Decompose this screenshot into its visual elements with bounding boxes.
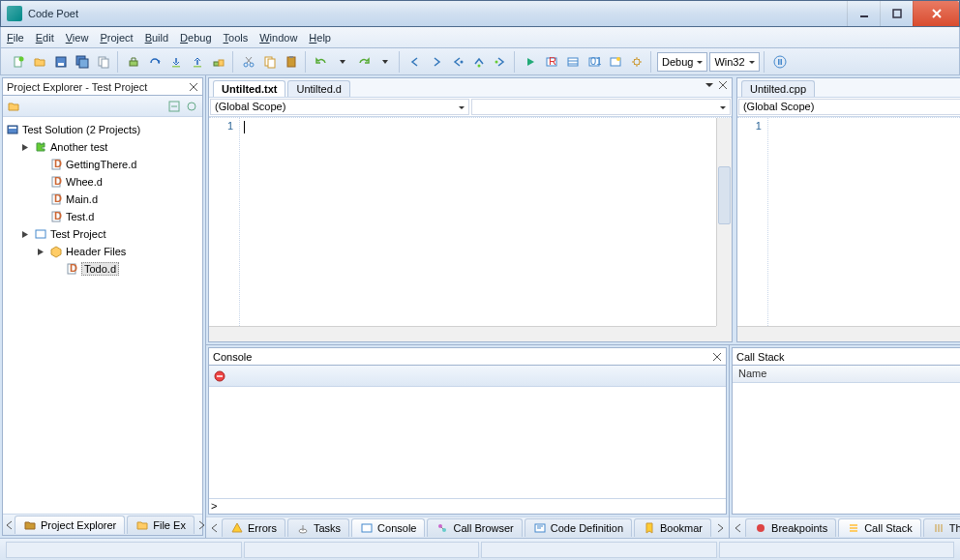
code-editor[interactable] xyxy=(240,118,732,341)
save-button[interactable] xyxy=(51,52,71,72)
editor-tab[interactable]: Untilted.cpp xyxy=(741,80,815,97)
window-maximize-button[interactable] xyxy=(880,1,913,26)
window-close-button[interactable] xyxy=(913,1,959,26)
show-disasm-button[interactable]: 01 xyxy=(585,52,604,72)
menu-edit[interactable]: Edit xyxy=(36,32,54,44)
svg-point-74 xyxy=(757,524,765,532)
svg-point-36 xyxy=(774,56,786,68)
nav-marker-left-button[interactable] xyxy=(448,52,467,72)
file-node[interactable]: DTest.d xyxy=(5,208,200,225)
scroll-left-icon[interactable] xyxy=(5,520,15,530)
tab-tasks[interactable]: Tasks xyxy=(287,518,349,537)
menu-project[interactable]: Project xyxy=(100,32,133,44)
tab-threads[interactable]: Threads xyxy=(923,518,960,537)
expander-icon[interactable] xyxy=(20,142,31,153)
tab-callstack[interactable]: Call Stack xyxy=(838,518,921,537)
tab-breakpoints[interactable]: Breakpoints xyxy=(745,518,836,537)
menu-file[interactable]: File xyxy=(7,32,24,44)
build-button[interactable] xyxy=(124,52,143,72)
undo-button[interactable] xyxy=(312,52,331,72)
callstack-body[interactable] xyxy=(733,383,960,514)
nav-left-button[interactable] xyxy=(405,52,425,72)
scroll-left-icon[interactable] xyxy=(732,523,745,533)
scroll-right-icon[interactable] xyxy=(713,523,727,533)
new-file-button[interactable] xyxy=(9,52,28,72)
menu-window[interactable]: Window xyxy=(259,32,297,44)
build-project-button[interactable] xyxy=(209,52,228,72)
col-name[interactable]: Name xyxy=(733,366,960,382)
redo-button[interactable] xyxy=(354,52,374,72)
tab-console[interactable]: Console xyxy=(351,518,425,537)
redo-drop-button[interactable] xyxy=(375,52,395,72)
menu-build[interactable]: Build xyxy=(145,32,168,44)
nav-marker-right-button[interactable] xyxy=(491,52,510,72)
tab-project-explorer[interactable]: Project Explorer xyxy=(15,516,125,534)
menubar: File Edit View Project Build Debug Tools… xyxy=(0,27,960,48)
pause-button[interactable] xyxy=(770,52,790,72)
menu-debug[interactable]: Debug xyxy=(180,32,211,44)
solution-node[interactable]: Test Solution (2 Projects) xyxy=(5,121,200,138)
vertical-scrollbar[interactable] xyxy=(716,118,732,326)
options-button[interactable] xyxy=(627,52,646,72)
file-node[interactable]: DMain.d xyxy=(5,191,200,208)
scroll-right-icon[interactable] xyxy=(196,520,206,530)
platform-select[interactable]: Win32 xyxy=(709,52,759,72)
undo-drop-button[interactable] xyxy=(333,52,352,72)
show-registers-button[interactable]: R xyxy=(542,52,561,72)
tab-file-explorer[interactable]: File Ex xyxy=(127,516,195,534)
horizontal-scrollbar[interactable] xyxy=(209,326,716,341)
paste-button[interactable] xyxy=(282,52,301,72)
copy2-button[interactable] xyxy=(260,52,280,72)
dropdown-icon[interactable] xyxy=(705,80,714,90)
tab-call-browser[interactable]: Call Browser xyxy=(427,518,522,537)
code-editor[interactable] xyxy=(768,118,960,341)
folder-icon[interactable] xyxy=(7,100,20,113)
run-button[interactable] xyxy=(521,52,540,72)
close-icon[interactable] xyxy=(189,82,198,92)
expander-icon[interactable] xyxy=(20,229,31,240)
save-all-button[interactable] xyxy=(73,52,92,72)
step-into-button[interactable] xyxy=(166,52,186,72)
menu-tools[interactable]: Tools xyxy=(224,32,249,44)
sync-icon[interactable] xyxy=(185,100,198,113)
file-node[interactable]: DTodo.d xyxy=(5,260,200,278)
build-config-select[interactable]: Debug xyxy=(657,52,707,72)
open-button[interactable] xyxy=(30,52,49,72)
svg-rect-65 xyxy=(362,524,372,532)
scope-select[interactable]: (Global Scope) xyxy=(210,99,469,115)
folder-node[interactable]: Header Files xyxy=(5,243,200,260)
menu-view[interactable]: View xyxy=(66,32,89,44)
cut-button[interactable] xyxy=(239,52,258,72)
show-memory-button[interactable] xyxy=(563,52,583,72)
menu-help[interactable]: Help xyxy=(309,32,331,44)
console-output[interactable] xyxy=(209,387,726,498)
tab-code-def[interactable]: Code Definition xyxy=(525,518,632,537)
tab-bookmarks[interactable]: Bookmar xyxy=(634,518,711,537)
nav-right-button[interactable] xyxy=(427,52,446,72)
member-select[interactable] xyxy=(471,99,731,115)
stop-icon[interactable] xyxy=(213,369,226,383)
tab-errors[interactable]: Errors xyxy=(222,518,285,537)
copy-button[interactable] xyxy=(94,52,113,72)
project-node[interactable]: Test Project xyxy=(5,225,200,243)
collapse-icon[interactable] xyxy=(167,100,181,113)
file-node[interactable]: DWhee.d xyxy=(5,173,200,191)
console-input[interactable]: > xyxy=(209,498,726,514)
step-out-button[interactable] xyxy=(188,52,207,72)
close-icon[interactable] xyxy=(718,80,728,90)
editor-tab[interactable]: Untilted.d xyxy=(287,80,349,97)
horizontal-scrollbar[interactable] xyxy=(737,326,960,341)
close-icon[interactable] xyxy=(712,352,722,362)
svg-point-17 xyxy=(244,63,248,67)
file-node[interactable]: DGettingThere.d xyxy=(5,156,200,173)
scope-select[interactable]: (Global Scope) xyxy=(738,99,960,115)
expander-icon[interactable] xyxy=(36,247,46,257)
window-minimize-button[interactable] xyxy=(847,1,880,26)
editor-tab[interactable]: Untilted.txt xyxy=(213,80,285,97)
nav-marker-up-button[interactable] xyxy=(469,52,489,72)
project-node[interactable]: Another test xyxy=(5,138,200,156)
step-over-button[interactable] xyxy=(145,52,165,72)
scroll-left-icon[interactable] xyxy=(208,523,222,533)
svg-rect-20 xyxy=(268,59,275,68)
show-asm-button[interactable] xyxy=(606,52,625,72)
